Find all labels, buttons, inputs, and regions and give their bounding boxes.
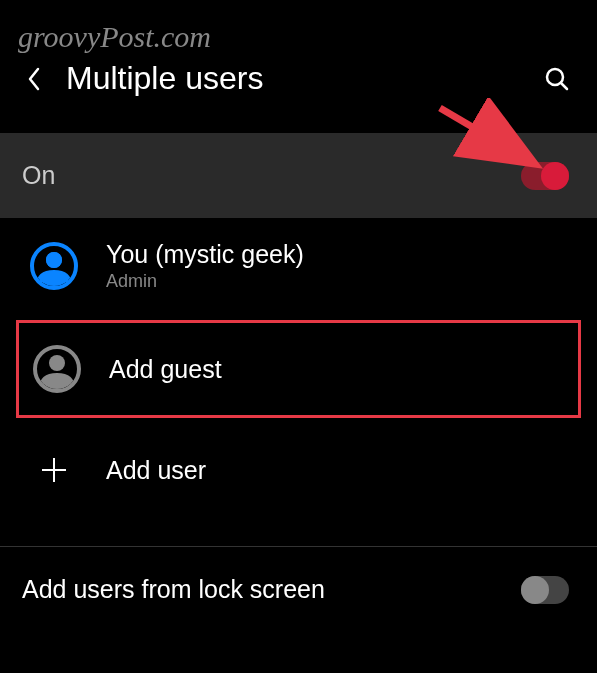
page-title: Multiple users (66, 60, 525, 97)
toggle-knob (521, 576, 549, 604)
add-user-row[interactable]: Add user (0, 424, 597, 516)
add-guest-label: Add guest (109, 355, 222, 384)
user-text: You (mystic geek) Admin (106, 240, 304, 292)
add-user-label: Add user (106, 456, 206, 485)
user-avatar-icon (30, 242, 78, 290)
main-toggle-switch[interactable] (521, 162, 569, 190)
toggle-knob (541, 162, 569, 190)
user-name: You (mystic geek) (106, 240, 304, 269)
lock-screen-toggle[interactable] (521, 576, 569, 604)
main-toggle-row: On (0, 133, 597, 218)
user-role: Admin (106, 271, 304, 292)
user-row-current[interactable]: You (mystic geek) Admin (0, 218, 597, 314)
back-button[interactable] (18, 63, 50, 95)
chevron-left-icon (26, 65, 42, 93)
svg-line-1 (561, 83, 567, 89)
lock-screen-label: Add users from lock screen (22, 575, 325, 604)
search-button[interactable] (541, 63, 573, 95)
plus-icon (30, 446, 78, 494)
lock-screen-row: Add users from lock screen (0, 547, 597, 632)
svg-point-9 (49, 355, 65, 371)
main-toggle-label: On (22, 161, 55, 190)
header: Multiple users (0, 42, 597, 115)
highlight-annotation: Add guest (16, 320, 581, 418)
add-guest-row[interactable]: Add guest (19, 323, 578, 415)
svg-point-6 (46, 252, 62, 268)
guest-avatar-icon (33, 345, 81, 393)
search-icon (543, 65, 571, 93)
